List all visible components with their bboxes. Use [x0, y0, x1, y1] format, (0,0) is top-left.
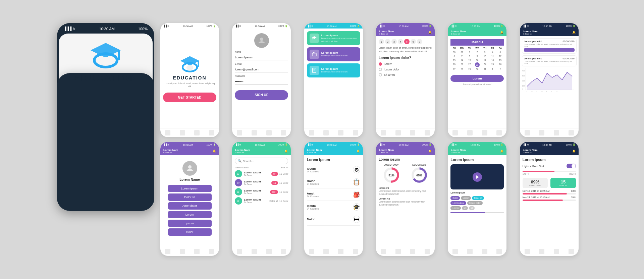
nav-search-icon[interactable]: [252, 249, 257, 254]
toggle-switch[interactable]: [567, 164, 576, 168]
week-4[interactable]: 4: [398, 39, 403, 44]
menu-item-3[interactable]: Amet dolor: [168, 202, 212, 210]
radio-option-2[interactable]: Ipsum dolor: [379, 68, 432, 71]
nav-home-icon[interactable]: [525, 249, 530, 254]
bell-icon-9[interactable]: 🔔: [357, 150, 360, 153]
tag-6[interactable]: Lorem: [450, 206, 461, 210]
tag-2[interactable]: Lorem: [461, 196, 471, 200]
nav-search-icon[interactable]: [252, 130, 257, 135]
nav-search-icon[interactable]: [180, 130, 185, 135]
week-5[interactable]: 5: [404, 39, 410, 44]
nav-home-icon[interactable]: [381, 249, 386, 254]
week-3[interactable]: 3: [391, 39, 397, 44]
nav-home-icon[interactable]: [237, 130, 242, 135]
list-item-4[interactable]: 12+ Lorem ipsum 24 Dolor Dolor sit 11 Do…: [235, 197, 288, 205]
nav-settings-icon[interactable]: [569, 249, 574, 254]
week-7[interactable]: 7: [417, 39, 422, 44]
email-input[interactable]: [235, 67, 288, 72]
list-item-3[interactable]: 12+ Lorem ipsum 24 Dolor 18+ 11 Dolor: [235, 188, 288, 196]
menu-item-2[interactable]: Dolor sit: [168, 193, 212, 201]
nav-home-icon[interactable]: [309, 249, 314, 254]
name-input[interactable]: [235, 55, 288, 60]
nav-settings-icon[interactable]: [353, 130, 358, 135]
course-row-2[interactable]: Dolor 24 Courses 📋: [307, 176, 360, 188]
nav-profile-icon[interactable]: [554, 249, 559, 254]
radio-option-3[interactable]: Sit amet: [379, 73, 432, 76]
list-item-1[interactable]: 12+ Lorem ipsum 24 Dolor 8+ 11 Dolor: [235, 170, 288, 177]
video-thumbnail[interactable]: [450, 164, 504, 189]
nav-profile-icon[interactable]: [338, 130, 343, 135]
calendar-button[interactable]: Lorem: [450, 75, 504, 82]
menu-item-6[interactable]: Dolor: [168, 228, 212, 236]
tag-5[interactable]: Ipsum dolor: [467, 201, 483, 205]
tag-4[interactable]: Lorem dolor: [450, 201, 466, 205]
nav-settings-icon[interactable]: [353, 249, 358, 254]
nav-profile-icon[interactable]: [482, 130, 487, 135]
search-box[interactable]: 🔍: [235, 158, 288, 164]
course-row-5[interactable]: Dolor 🛏: [307, 213, 360, 226]
course-row-4[interactable]: Ipsum 24 Courses 🎓: [307, 201, 360, 213]
nav-home-icon[interactable]: [452, 130, 458, 135]
splash-get-started-button[interactable]: GET STARTED: [163, 93, 216, 102]
bell-icon-11[interactable]: 🔔: [500, 150, 503, 153]
nav-settings-icon[interactable]: [209, 249, 214, 254]
nav-search-icon[interactable]: [539, 249, 544, 254]
tag-8[interactable]: kt: [469, 206, 475, 210]
nav-profile-icon[interactable]: [194, 130, 200, 135]
course-row-1[interactable]: Ipsum 24 Courses ⚙: [307, 164, 360, 176]
nav-settings-icon[interactable]: [496, 130, 502, 135]
nav-profile-icon[interactable]: [266, 130, 272, 135]
slider-track[interactable]: [523, 171, 576, 172]
course-card-2[interactable]: Lorem ipsum Lorem ipsum dolor sit el dia…: [307, 47, 360, 61]
nav-search-icon[interactable]: [395, 249, 401, 254]
week-1[interactable]: 1: [379, 39, 384, 44]
nav-settings-icon[interactable]: [496, 249, 502, 254]
week-6[interactable]: 6: [411, 39, 416, 44]
bell-icon-6[interactable]: 🔔: [572, 31, 576, 34]
week-2[interactable]: 2: [385, 39, 390, 44]
menu-item-5[interactable]: Ipsum: [168, 220, 212, 227]
nav-search-icon[interactable]: [323, 249, 329, 254]
course-card-3[interactable]: Lorem ipsum Lorem ipsum dolor sit el dia…: [307, 63, 360, 77]
nav-settings-icon[interactable]: [425, 249, 430, 254]
nav-home-icon[interactable]: [165, 130, 170, 135]
menu-item-4[interactable]: Lorem: [168, 211, 212, 218]
tag-7[interactable]: sit: [462, 206, 468, 210]
nav-home-icon[interactable]: [381, 130, 386, 135]
nav-settings-icon[interactable]: [281, 130, 286, 135]
course-card-1[interactable]: Lorem ipsum Lorem ipsum dolor sit amet, …: [307, 31, 360, 45]
nav-profile-icon[interactable]: [194, 249, 200, 254]
bell-icon-10[interactable]: 🔔: [428, 150, 432, 153]
password-input[interactable]: [235, 79, 288, 85]
nav-home-icon[interactable]: [237, 249, 242, 254]
signup-button[interactable]: SIGN UP: [235, 90, 288, 100]
nav-profile-icon[interactable]: [482, 249, 487, 254]
nav-profile-icon[interactable]: [266, 249, 272, 254]
tag-3[interactable]: Dolor sit: [472, 196, 484, 200]
bell-icon-4[interactable]: 🔔: [428, 31, 432, 34]
list-item-2[interactable]: 8+ Lorem ipsum 24 Dolor 11 11 Dolor: [235, 179, 288, 186]
nav-home-icon[interactable]: [452, 249, 458, 254]
nav-search-icon[interactable]: [180, 249, 185, 254]
nav-profile-icon[interactable]: [554, 130, 559, 135]
nav-profile-icon[interactable]: [338, 249, 343, 254]
nav-home-icon[interactable]: [309, 130, 314, 135]
nav-search-icon[interactable]: [323, 130, 329, 135]
nav-settings-icon[interactable]: [209, 130, 214, 135]
search-input[interactable]: [243, 160, 285, 163]
course-row-3[interactable]: Amet 24 Courses 🎒: [307, 188, 360, 201]
menu-item-1[interactable]: Lorem ipsum: [168, 185, 212, 192]
nav-settings-icon[interactable]: [281, 249, 286, 254]
nav-search-icon[interactable]: [539, 130, 544, 135]
tag-1[interactable]: Dolor: [450, 196, 460, 200]
nav-settings-icon[interactable]: [569, 130, 574, 135]
nav-search-icon[interactable]: [467, 130, 473, 135]
nav-profile-icon[interactable]: [410, 130, 415, 135]
nav-home-icon[interactable]: [165, 249, 170, 254]
bell-icon-8[interactable]: 🔔: [284, 150, 288, 153]
bell-icon-12[interactable]: 🔔: [572, 150, 576, 153]
nav-profile-icon[interactable]: [410, 249, 415, 254]
bell-icon-5[interactable]: 🔔: [500, 31, 503, 34]
nav-search-icon[interactable]: [467, 249, 473, 254]
bell-icon-7[interactable]: 🔔: [213, 150, 216, 153]
